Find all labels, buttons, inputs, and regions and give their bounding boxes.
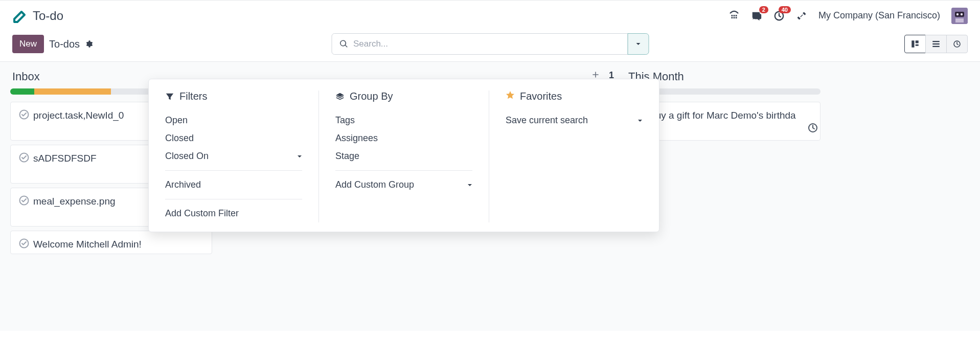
chevron-down-icon	[297, 151, 302, 162]
svg-rect-10	[955, 12, 964, 17]
header-right: 2 40 My Company (San Francisco)	[728, 8, 968, 24]
svg-rect-16	[916, 44, 919, 46]
control-panel: New To-dos	[0, 31, 980, 61]
svg-rect-18	[932, 43, 940, 44]
svg-rect-14	[911, 40, 914, 48]
groupby-stage[interactable]: Stage	[335, 147, 472, 165]
svg-rect-5	[731, 17, 733, 18]
gear-icon[interactable]	[85, 40, 93, 48]
svg-point-12	[961, 13, 963, 15]
favorites-column: Favorites Save current search	[489, 91, 659, 222]
checkmark-icon[interactable]	[19, 195, 29, 208]
card-title: sADFSDFSDF	[33, 153, 97, 164]
app-title: To-do	[33, 9, 63, 23]
filter-open[interactable]: Open	[165, 111, 302, 129]
debug-icon[interactable]	[796, 10, 807, 21]
svg-rect-17	[932, 41, 940, 42]
favorites-save-search[interactable]: Save current search	[506, 111, 643, 129]
column-title: Inbox	[12, 70, 40, 83]
svg-rect-7	[736, 17, 737, 18]
favorites-heading: Favorites	[506, 91, 643, 102]
layers-icon	[335, 92, 345, 101]
groupby-tags[interactable]: Tags	[335, 111, 472, 129]
view-activity-button[interactable]	[946, 35, 968, 53]
search-dropdown-panel: Filters Open Closed Closed On Archived A…	[148, 79, 659, 232]
card-title: Welcome Mitchell Admin!	[33, 239, 142, 250]
checkmark-icon[interactable]	[19, 109, 29, 122]
checkmark-icon[interactable]	[19, 238, 29, 251]
activities-icon[interactable]: 40	[773, 10, 785, 21]
groupby-assignees[interactable]: Assignees	[335, 129, 472, 147]
header-left: To-do	[12, 9, 63, 23]
svg-rect-13	[955, 18, 964, 22]
svg-point-11	[956, 13, 959, 15]
search-input[interactable]	[353, 39, 620, 49]
filters-heading: Filters	[165, 91, 302, 102]
chevron-down-icon	[637, 115, 643, 126]
avatar[interactable]	[951, 8, 968, 24]
groupby-add-custom[interactable]: Add Custom Group	[335, 176, 472, 194]
top-header: To-do 2 40 My Company (San Francisco)	[0, 0, 980, 31]
checkmark-icon[interactable]	[19, 152, 29, 165]
kanban-card[interactable]: Welcome Mitchell Admin!	[10, 231, 212, 254]
svg-rect-4	[736, 15, 737, 16]
svg-rect-3	[734, 15, 735, 16]
filter-add-custom[interactable]: Add Custom Filter	[165, 205, 302, 222]
clock-icon[interactable]	[808, 123, 818, 135]
view-list-button[interactable]	[925, 35, 947, 53]
card-title: meal_expense.png	[33, 196, 116, 207]
svg-rect-15	[916, 40, 919, 43]
breadcrumb: To-dos	[49, 38, 80, 50]
messages-icon[interactable]: 2	[751, 10, 762, 21]
groupby-heading: Group By	[335, 91, 472, 102]
view-kanban-button[interactable]	[904, 35, 926, 53]
chevron-down-icon	[467, 179, 472, 190]
svg-rect-19	[932, 46, 940, 47]
filter-closed-on[interactable]: Closed On	[165, 147, 302, 165]
filter-archived[interactable]: Archived	[165, 176, 302, 194]
groupby-column: Group By Tags Assignees Stage Add Custom…	[318, 91, 489, 222]
new-button[interactable]: New	[12, 35, 44, 53]
funnel-icon	[165, 92, 174, 101]
filters-column: Filters Open Closed Closed On Archived A…	[149, 91, 318, 222]
app-logo-icon[interactable]	[12, 9, 27, 23]
messages-badge: 2	[759, 6, 768, 13]
star-icon	[506, 91, 515, 102]
svg-rect-2	[731, 15, 733, 16]
card-title: project.task,NewId_0	[33, 110, 124, 121]
svg-rect-6	[734, 17, 735, 18]
company-selector[interactable]: My Company (San Francisco)	[818, 10, 940, 21]
filter-closed[interactable]: Closed	[165, 129, 302, 147]
card-title: Buy a gift for Marc Demo's birthda	[649, 110, 796, 121]
search-box[interactable]	[331, 33, 628, 55]
activities-badge: 40	[779, 6, 791, 13]
view-switcher	[904, 35, 968, 53]
search-icon	[339, 39, 348, 49]
search-wrap	[331, 33, 649, 55]
search-dropdown-toggle[interactable]	[627, 33, 649, 55]
phone-icon[interactable]	[728, 10, 740, 21]
